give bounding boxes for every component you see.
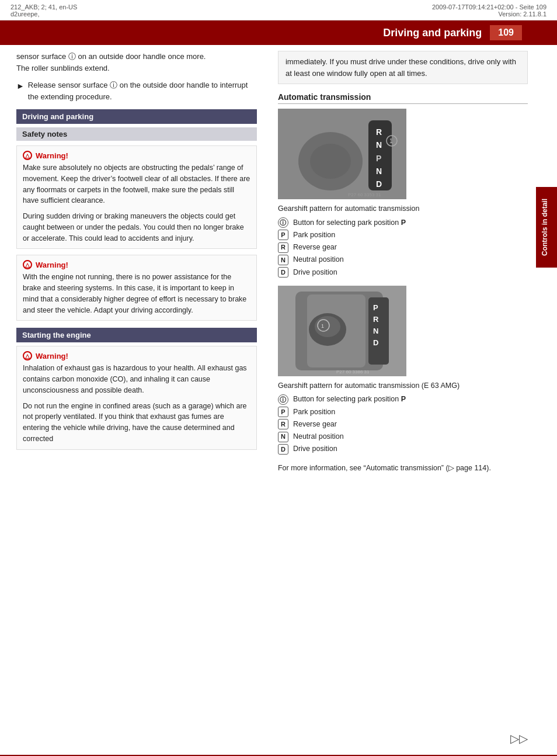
gear-item-text-N1: Neutral position xyxy=(293,254,344,266)
left-column: sensor surface ⓘ on an outside door hand… xyxy=(0,51,267,473)
more-info-text: For more information, see “Automatic tra… xyxy=(278,463,528,474)
warning-text-3b: Do not run the engine in confined areas … xyxy=(23,401,250,445)
section-header-starting: Starting the engine xyxy=(16,328,257,342)
warning-title-2: △ Warning! xyxy=(23,260,250,269)
gear-badge-N-1: N xyxy=(278,255,288,265)
svg-text:R: R xyxy=(376,127,382,137)
gear-badge-N-2: N xyxy=(278,432,288,442)
bullet-text-release: Release sensor surface ⓘ on the outside … xyxy=(28,79,257,102)
title-bar: Driving and parking 109 xyxy=(0,20,557,45)
bullet-arrow-icon: ► xyxy=(16,80,25,92)
svg-text:N: N xyxy=(376,140,382,150)
gear-list-1: ⓘ Button for selecting park position P P… xyxy=(278,217,528,279)
gear-list-item: N Neutral position xyxy=(278,254,528,266)
svg-rect-19 xyxy=(368,297,389,365)
svg-text:P27 60 3386 31: P27 60 3386 31 xyxy=(336,369,370,374)
right-column: immediately. If you must drive under the… xyxy=(267,51,557,473)
gear-badge-D-2: D xyxy=(278,444,288,455)
warning-box-3: △ Warning! Inhalation of exhaust gas is … xyxy=(16,346,257,449)
gear-list-item: P Park position xyxy=(278,229,528,241)
warning-text-2a: With the engine not running, there is no… xyxy=(23,272,250,315)
gear-caption-1: Gearshift pattern for automatic transmis… xyxy=(278,204,528,214)
svg-text:D: D xyxy=(376,179,382,189)
header-left: 212_AKB; 2; 41, en-US d2ureepe, xyxy=(11,4,77,18)
section-header-driving: Driving and parking xyxy=(16,109,257,124)
gear-list-2: ⓘ Button for selecting park position P P… xyxy=(278,393,528,455)
page-title: Driving and parking xyxy=(383,27,482,39)
main-content: sensor surface ⓘ on an outside door hand… xyxy=(0,45,557,473)
page-number: 109 xyxy=(490,25,522,40)
header-right: 2009-07-17T09:14:21+02:00 - Seite 109 Ve… xyxy=(432,4,546,18)
auto-trans-header: Automatic transmission xyxy=(278,92,528,104)
svg-text:1: 1 xyxy=(389,138,393,144)
svg-text:N: N xyxy=(373,327,378,335)
gear-list-item: N Neutral position xyxy=(278,431,528,443)
warning-box-2: △ Warning! With the engine not running, … xyxy=(16,255,257,321)
gear-item-text-P2: Park position xyxy=(293,406,335,418)
gear-list-item: ⓘ Button for selecting park position P xyxy=(278,393,528,405)
gear-list-item: D Drive position xyxy=(278,443,528,455)
warning-icon-2: △ xyxy=(23,260,32,269)
svg-point-16 xyxy=(315,316,340,337)
gear-diagram-1: R N 1 P N D P27 60 3353 31 xyxy=(278,109,406,199)
svg-text:P27 60 3353 31: P27 60 3353 31 xyxy=(348,192,381,197)
gear-badge-D-1: D xyxy=(278,267,288,278)
warning-title-1: △ Warning! xyxy=(23,151,250,160)
header-meta: 212_AKB; 2; 41, en-US d2ureepe, 2009-07-… xyxy=(0,0,557,20)
bullet-item-release: ► Release sensor surface ⓘ on the outsid… xyxy=(16,79,257,102)
gear-list-item: P Park position xyxy=(278,406,528,418)
gear-badge-P-1: P xyxy=(278,230,288,240)
svg-text:P: P xyxy=(373,303,378,312)
side-tab-label: Controls in detail xyxy=(536,187,557,268)
gear-item-text-R2: Reverse gear xyxy=(293,418,337,431)
svg-text:R: R xyxy=(373,315,379,324)
svg-text:N: N xyxy=(376,167,382,176)
gear-item-text-N2: Neutral position xyxy=(293,431,344,443)
gear-item-text-P1: Park position xyxy=(293,229,335,241)
gear-list-item: R Reverse gear xyxy=(278,241,528,254)
gear-badge-R-2: R xyxy=(278,419,288,429)
warning-text-1a: Make sure absolutely no objects are obst… xyxy=(23,162,250,206)
warning-text-3a: Inhalation of exhaust gas is hazardous t… xyxy=(23,363,250,396)
gear-item-text-D1: Drive position xyxy=(293,266,337,279)
svg-point-2 xyxy=(310,144,351,179)
svg-text:1: 1 xyxy=(321,323,324,329)
gear-list-item: D Drive position xyxy=(278,266,528,279)
subsection-header-safety: Safety notes xyxy=(16,127,257,141)
warning-box-1: △ Warning! Make sure absolutely no objec… xyxy=(16,145,257,249)
gear-caption-2: Gearshift pattern for automatic transmis… xyxy=(278,381,528,391)
intro-text-1: sensor surface ⓘ on an outside door hand… xyxy=(16,51,257,74)
warning-label-3: Warning! xyxy=(36,352,68,360)
svg-text:P: P xyxy=(376,154,381,163)
gear-item-text-1: Button for selecting park position P xyxy=(293,217,406,229)
gear-badge-circle-1: ⓘ xyxy=(278,217,288,228)
warning-icon-3: △ xyxy=(23,351,32,360)
gear-badge-P-2: P xyxy=(278,407,288,417)
gear-list-item: ⓘ Button for selecting park position P xyxy=(278,217,528,229)
warning-label-2: Warning! xyxy=(36,261,68,269)
warning-icon-1: △ xyxy=(23,151,32,160)
warning-title-3: △ Warning! xyxy=(23,351,250,360)
gear-item-text-D2: Drive position xyxy=(293,443,337,455)
warning-label-1: Warning! xyxy=(36,151,68,160)
gear-item-text-2: Button for selecting park position P xyxy=(293,393,406,405)
info-box: immediately. If you must drive under the… xyxy=(278,51,528,84)
warning-text-1b: During sudden driving or braking maneuve… xyxy=(23,211,250,244)
gear-badge-R-1: R xyxy=(278,242,288,253)
gear-badge-circle-2: ⓘ xyxy=(278,394,288,405)
gear-diagram-2: 1 P R N D P27 60 3386 31 xyxy=(278,286,406,376)
gear-list-item: R Reverse gear xyxy=(278,418,528,431)
nav-arrow: ▷▷ xyxy=(510,731,528,745)
gear-item-text-R1: Reverse gear xyxy=(293,241,337,254)
svg-text:D: D xyxy=(373,338,378,347)
